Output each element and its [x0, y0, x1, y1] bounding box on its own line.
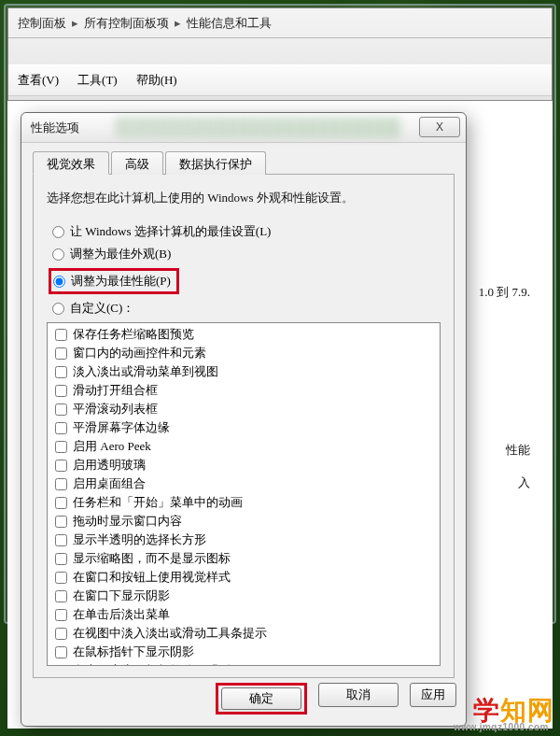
watermark-char-red: 学: [473, 696, 500, 725]
radio-let-windows-choose[interactable]: 让 Windows 选择计算机的最佳设置(L): [52, 223, 441, 240]
checkbox[interactable]: [55, 403, 67, 416]
list-item[interactable]: 启用 Aero Peek: [49, 437, 438, 456]
list-item[interactable]: 平滑滚动列表框: [49, 400, 438, 418]
checkbox[interactable]: [55, 553, 67, 565]
list-item[interactable]: 任务栏和「开始」菜单中的动画: [49, 493, 438, 512]
list-item[interactable]: 在窗口和按钮上使用视觉样式: [49, 568, 438, 587]
radio-best-performance[interactable]: [53, 276, 65, 288]
visual-effects-listbox[interactable]: 保存任务栏缩略图预览窗口内的动画控件和元素淡入淡出或滑动菜单到视图滑动打开组合框…: [47, 322, 441, 666]
list-item-label: 平滑屏幕字体边缘: [73, 419, 170, 436]
ok-button[interactable]: 确定: [221, 687, 301, 710]
list-item-label: 在窗口和按钮上使用视觉样式: [73, 569, 231, 586]
close-button[interactable]: X: [419, 117, 460, 137]
list-item-label: 淡入淡出或滑动菜单到视图: [73, 363, 218, 380]
blurred-region: [115, 117, 400, 138]
checkbox[interactable]: [55, 628, 67, 640]
checkbox[interactable]: [55, 329, 67, 341]
tabstrip: 视觉效果 高级 数据执行保护: [33, 150, 455, 175]
tab-visual-effects[interactable]: 视觉效果: [33, 151, 109, 175]
radio-input[interactable]: [52, 226, 64, 238]
breadcrumb: 控制面板 ▸ 所有控制面板项 ▸ 性能信息和工具: [8, 8, 552, 38]
radio-input[interactable]: [52, 248, 64, 261]
checkbox[interactable]: [55, 460, 67, 472]
chevron-right-icon: ▸: [175, 16, 181, 31]
checkbox[interactable]: [55, 478, 67, 490]
menu-help[interactable]: 帮助(H): [136, 72, 177, 89]
list-item-label: 保存任务栏缩略图预览: [73, 326, 194, 343]
checkbox[interactable]: [55, 646, 67, 658]
checkbox[interactable]: [55, 590, 67, 602]
list-item[interactable]: 滑动打开组合框: [49, 381, 438, 400]
radio-custom[interactable]: 自定义(C)：: [52, 300, 441, 317]
dialog-titlebar[interactable]: 性能选项 X: [21, 113, 466, 143]
list-item[interactable]: 保存任务栏缩略图预览: [49, 325, 438, 344]
list-item[interactable]: 淡入淡出或滑动菜单到视图: [49, 362, 438, 381]
list-item-label: 在桌面上为图标标签使用阴影: [73, 662, 231, 666]
list-item[interactable]: 启用桌面组合: [49, 474, 438, 493]
list-item[interactable]: 窗口内的动画控件和元素: [49, 344, 438, 362]
side-label-2: 入: [518, 474, 530, 491]
checkbox[interactable]: [55, 516, 67, 528]
list-item-label: 启用透明玻璃: [73, 457, 146, 474]
list-item[interactable]: 平滑屏幕字体边缘: [49, 418, 438, 437]
list-item-label: 平滑滚动列表框: [73, 401, 158, 418]
list-item-label: 在单击后淡出菜单: [73, 606, 170, 623]
watermark-logo: 学知网 www.jmqz1000.com: [473, 693, 554, 729]
list-item-label: 滑动打开组合框: [73, 382, 158, 399]
list-item[interactable]: 在鼠标指针下显示阴影: [49, 643, 438, 661]
dialog-button-row: 确定 取消 应用: [216, 683, 456, 715]
list-item[interactable]: 显示半透明的选择长方形: [49, 531, 438, 549]
list-item-label: 启用桌面组合: [73, 475, 146, 492]
checkbox[interactable]: [55, 665, 67, 667]
breadcrumb-item[interactable]: 所有控制面板项: [84, 15, 169, 32]
cancel-button[interactable]: 取消: [318, 683, 399, 707]
checkbox[interactable]: [55, 441, 67, 453]
list-item-label: 在视图中淡入淡出或滑动工具条提示: [73, 625, 267, 642]
checkbox[interactable]: [55, 385, 67, 397]
control-panel-window: 控制面板 ▸ 所有控制面板项 ▸ 性能信息和工具 查看(V) 工具(T) 帮助(…: [7, 7, 553, 101]
tab-panel-visual: 选择您想在此计算机上使用的 Windows 外观和性能设置。 让 Windows…: [33, 175, 455, 678]
list-item-label: 任务栏和「开始」菜单中的动画: [73, 494, 243, 511]
radio-label: 调整为最佳外观(B): [70, 246, 171, 262]
radio-label: 自定义(C)：: [70, 300, 134, 317]
chevron-right-icon: ▸: [72, 16, 78, 31]
radio-label: 调整为最佳性能(P): [71, 273, 171, 290]
checkbox[interactable]: [55, 366, 67, 378]
checkbox[interactable]: [55, 422, 67, 434]
menu-view[interactable]: 查看(V): [18, 72, 59, 89]
tab-dep[interactable]: 数据执行保护: [165, 151, 266, 175]
list-item-label: 拖动时显示窗口内容: [73, 513, 182, 530]
checkbox[interactable]: [55, 347, 67, 360]
tab-advanced[interactable]: 高级: [111, 151, 163, 175]
apply-button[interactable]: 应用: [410, 683, 456, 707]
breadcrumb-item[interactable]: 控制面板: [18, 15, 66, 32]
breadcrumb-item[interactable]: 性能信息和工具: [187, 15, 272, 32]
score-range-text: 1.0 到 7.9.: [479, 284, 530, 301]
list-item[interactable]: 启用透明玻璃: [49, 456, 438, 474]
list-item-label: 启用 Aero Peek: [73, 438, 151, 455]
list-item-label: 在窗口下显示阴影: [73, 587, 170, 604]
list-item[interactable]: 在单击后淡出菜单: [49, 605, 438, 624]
radio-input[interactable]: [52, 303, 64, 315]
list-item[interactable]: 在桌面上为图标标签使用阴影: [49, 661, 438, 666]
checkbox[interactable]: [55, 534, 67, 546]
highlight-best-performance: 调整为最佳性能(P): [49, 268, 179, 294]
list-item[interactable]: 显示缩略图，而不是显示图标: [49, 549, 438, 568]
list-item[interactable]: 在视图中淡入淡出或滑动工具条提示: [49, 624, 438, 643]
list-item[interactable]: 在窗口下显示阴影: [49, 587, 438, 605]
list-item-label: 窗口内的动画控件和元素: [73, 345, 206, 361]
radio-best-appearance[interactable]: 调整为最佳外观(B): [52, 246, 441, 262]
checkbox[interactable]: [55, 609, 67, 621]
checkbox[interactable]: [55, 497, 67, 509]
dialog-body: 视觉效果 高级 数据执行保护 选择您想在此计算机上使用的 Windows 外观和…: [21, 143, 466, 689]
watermark-url: www.jmqz1000.com: [454, 722, 549, 732]
menu-tools[interactable]: 工具(T): [77, 72, 118, 89]
description-text: 选择您想在此计算机上使用的 Windows 外观和性能设置。: [47, 190, 441, 206]
highlight-ok: 确定: [216, 683, 307, 715]
checkbox[interactable]: [55, 572, 67, 584]
list-item[interactable]: 拖动时显示窗口内容: [49, 512, 438, 531]
list-item-label: 显示缩略图，而不是显示图标: [73, 550, 231, 567]
list-item-label: 在鼠标指针下显示阴影: [73, 644, 194, 660]
dialog-title: 性能选项: [31, 120, 79, 136]
menubar: 查看(V) 工具(T) 帮助(H): [8, 64, 552, 96]
